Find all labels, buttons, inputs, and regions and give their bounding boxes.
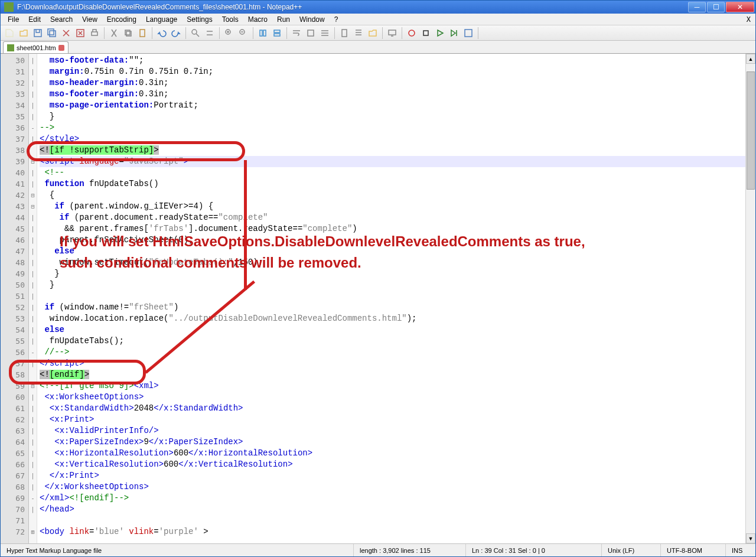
paste-icon[interactable]: [136, 27, 149, 40]
code-line[interactable]: //-->: [40, 347, 745, 358]
file-tab[interactable]: sheet001.htm: [3, 41, 69, 53]
code-line[interactable]: </x:WorksheetOptions>: [40, 481, 745, 493]
code-line[interactable]: window.setTimeout("fnUpdateTabs();",150)…: [40, 257, 745, 268]
close-button[interactable]: ✕: [726, 2, 754, 12]
scroll-thumb[interactable]: [747, 71, 755, 190]
stop-icon[interactable]: [419, 27, 432, 40]
code-line[interactable]: <!--: [40, 167, 745, 178]
menu-close-doc[interactable]: X: [747, 15, 751, 24]
code-line[interactable]: margin:0.75in 0.7in 0.75in 0.7in;: [40, 66, 745, 77]
window-title: F:\Download\outputDisableDownlevelReveal…: [17, 3, 687, 11]
code-line[interactable]: -->: [40, 122, 745, 133]
replace-icon[interactable]: [203, 27, 216, 40]
code-line[interactable]: window.location.replace("../outputDisabl…: [40, 313, 745, 324]
code-line[interactable]: [40, 291, 745, 302]
code-line[interactable]: parent.fnSetActiveSheet(0);: [40, 234, 745, 246]
monitor-icon[interactable]: [386, 27, 399, 40]
code-line[interactable]: mso-footer-data:"";: [40, 55, 745, 66]
code-line[interactable]: else: [40, 246, 745, 257]
code-line[interactable]: </xml><![endif]-->: [40, 493, 745, 504]
code-line[interactable]: <body link='blue' vlink='purple' >: [40, 526, 745, 538]
minimize-button[interactable]: ─: [688, 2, 706, 12]
menu-encoding[interactable]: Encoding: [102, 14, 141, 25]
code-line[interactable]: <x:PaperSizeIndex>9</x:PaperSizeIndex>: [40, 437, 745, 448]
code-line[interactable]: }: [40, 279, 745, 291]
find-icon[interactable]: [189, 27, 202, 40]
code-line[interactable]: if (window.name!="frSheet"): [40, 302, 745, 313]
code-line[interactable]: </style>: [40, 133, 745, 145]
code-line[interactable]: else: [40, 324, 745, 335]
menu-help[interactable]: ?: [330, 14, 343, 25]
code-line[interactable]: </head>: [40, 504, 745, 515]
status-length: length : 3,902 lines : 115: [354, 544, 466, 556]
code-line[interactable]: </x:Print>: [40, 470, 745, 481]
code-line[interactable]: <x:StandardWidth>2048</x:StandardWidth>: [40, 403, 745, 414]
code-line[interactable]: if (parent.document.readyState=="complet…: [40, 212, 745, 223]
print-icon[interactable]: [88, 27, 101, 40]
code-line[interactable]: }: [40, 111, 745, 122]
code-line[interactable]: if (parent.window.g_iIEVer>=4) {: [40, 201, 745, 212]
doc-map-icon[interactable]: [338, 27, 351, 40]
code-line[interactable]: && parent.frames['frTabs'].document.read…: [40, 223, 745, 234]
save-all-icon[interactable]: [45, 27, 58, 40]
chars-icon[interactable]: [304, 27, 317, 40]
menu-file[interactable]: File: [3, 14, 24, 25]
maximize-button[interactable]: ☐: [707, 2, 725, 12]
copy-icon[interactable]: [122, 27, 135, 40]
code-line[interactable]: function fnUpdateTabs(): [40, 178, 745, 190]
zoom-out-icon[interactable]: [237, 27, 250, 40]
code-line[interactable]: <![endif]>: [40, 369, 745, 380]
toolbar: [1, 25, 755, 41]
redo-icon[interactable]: [170, 27, 183, 40]
code-line[interactable]: <script language="JavaScript">: [40, 156, 745, 167]
folder-workspace-icon[interactable]: [366, 27, 379, 40]
close-file-icon[interactable]: [60, 27, 73, 40]
code-line[interactable]: mso-header-margin:0.3in;: [40, 77, 745, 89]
savem-icon[interactable]: [462, 27, 475, 40]
code-line[interactable]: <![if !supportTabStrip]>: [40, 145, 745, 156]
undo-icon[interactable]: [155, 27, 168, 40]
code-line[interactable]: </script>: [40, 358, 745, 369]
cut-icon[interactable]: [107, 27, 120, 40]
code-line[interactable]: }: [40, 268, 745, 279]
menu-edit[interactable]: Edit: [24, 14, 45, 25]
code-line[interactable]: <x:VerticalResolution>600</x:VerticalRes…: [40, 459, 745, 470]
menu-settings[interactable]: Settings: [182, 14, 217, 25]
code-line[interactable]: <!--[if gte mso 9]><xml>: [40, 380, 745, 392]
menu-window[interactable]: Window: [295, 14, 330, 25]
code-line[interactable]: <x:ValidPrinterInfo/>: [40, 425, 745, 437]
new-file-icon[interactable]: [3, 27, 16, 40]
playx-icon[interactable]: [448, 27, 461, 40]
close-all-icon[interactable]: [74, 27, 87, 40]
save-icon[interactable]: [31, 27, 44, 40]
menu-macro[interactable]: Macro: [243, 14, 272, 25]
code-line[interactable]: fnUpdateTabs();: [40, 335, 745, 347]
record-icon[interactable]: [405, 27, 418, 40]
menu-run[interactable]: Run: [272, 14, 295, 25]
menu-tools[interactable]: Tools: [217, 14, 243, 25]
window-controls: ─ ☐ ✕: [687, 2, 754, 12]
menu-view[interactable]: View: [77, 14, 102, 25]
code-line[interactable]: <x:WorksheetOptions>: [40, 392, 745, 403]
scroll-up-arrow[interactable]: ▲: [746, 54, 755, 64]
sync-h-icon[interactable]: [271, 27, 284, 40]
wrap-icon[interactable]: [290, 27, 303, 40]
menu-language[interactable]: Language: [141, 14, 182, 25]
code-line[interactable]: {: [40, 190, 745, 201]
code-line[interactable]: <x:HorizontalResolution>600</x:Horizonta…: [40, 448, 745, 459]
tab-close-icon[interactable]: [58, 45, 64, 51]
code-line[interactable]: <x:Print>: [40, 414, 745, 425]
code-area[interactable]: mso-footer-data:""; margin:0.75in 0.7in …: [37, 54, 745, 543]
indent-icon[interactable]: [318, 27, 331, 40]
sync-v-icon[interactable]: [256, 27, 269, 40]
menu-search[interactable]: Search: [45, 14, 77, 25]
open-file-icon[interactable]: [17, 27, 30, 40]
code-line[interactable]: [40, 515, 745, 526]
play-icon[interactable]: [434, 27, 447, 40]
code-line[interactable]: mso-page-orientation:Portrait;: [40, 100, 745, 111]
scroll-down-arrow[interactable]: ▼: [746, 533, 755, 543]
code-line[interactable]: mso-footer-margin:0.3in;: [40, 89, 745, 100]
vertical-scrollbar[interactable]: ▲ ▼: [745, 54, 755, 543]
zoom-in-icon[interactable]: [223, 27, 236, 40]
func-list-icon[interactable]: [352, 27, 365, 40]
